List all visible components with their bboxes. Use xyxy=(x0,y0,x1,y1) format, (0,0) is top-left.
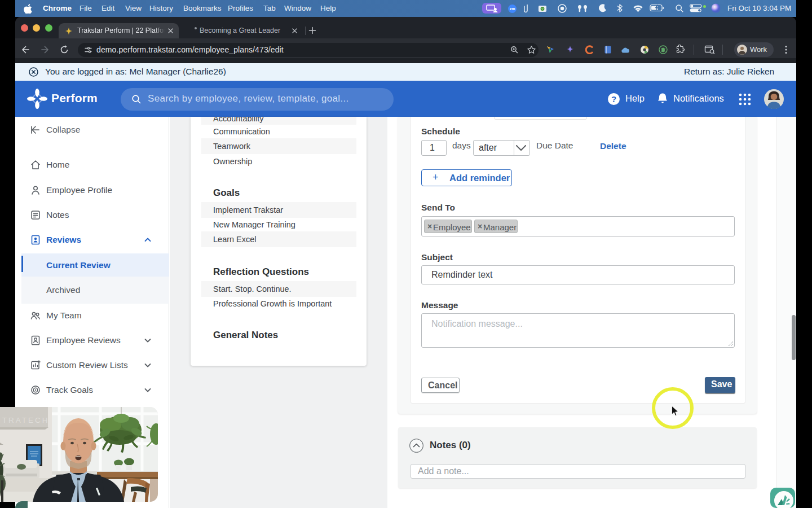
svg-text:ITRATECH: ITRATECH xyxy=(0,416,50,424)
